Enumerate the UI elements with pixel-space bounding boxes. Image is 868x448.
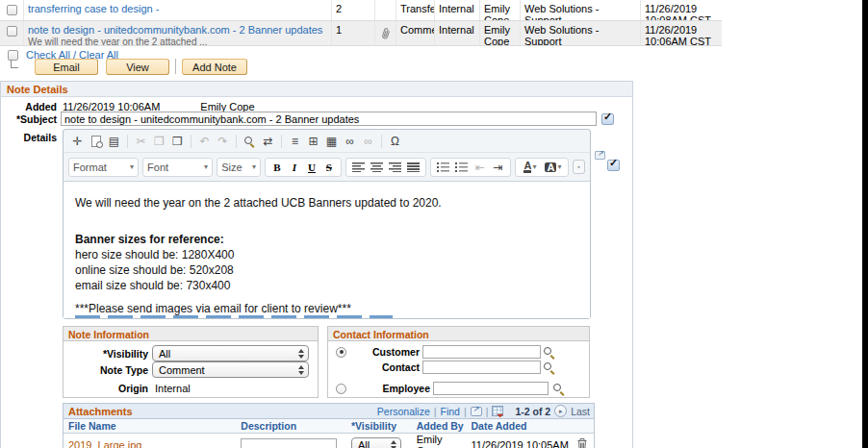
copy-icon[interactable]: ❐: [151, 133, 167, 149]
align-left-icon[interactable]: [350, 159, 367, 175]
note-preview-text: We will need the year on the 2 attached …: [28, 37, 327, 45]
align-center-icon[interactable]: [369, 159, 385, 175]
employee-radio[interactable]: [336, 384, 346, 394]
paste-icon[interactable]: ❒: [169, 133, 186, 149]
undo-icon[interactable]: ↶: [196, 133, 213, 149]
col-description: Description: [236, 419, 346, 433]
attachment-visibility-select[interactable]: All: [351, 437, 401, 448]
contact-input[interactable]: [422, 361, 541, 374]
find-link[interactable]: Find: [440, 406, 459, 417]
cut-icon[interactable]: ✂: [133, 133, 149, 149]
print-icon[interactable]: ▤: [106, 133, 122, 149]
strikethrough-icon[interactable]: S: [321, 162, 337, 173]
customer-input[interactable]: [422, 345, 541, 359]
editor-toolbar-top: ✛ ▤ ✂ ❐ ❒ ↶ ↷ ⇄ ≡ ⊞ ▦ ∞ ∞ Ω: [64, 130, 590, 153]
view-button[interactable]: View: [106, 59, 169, 75]
contact-lookup-icon[interactable]: [544, 361, 555, 373]
align-right-icon[interactable]: [387, 159, 403, 175]
details-label: Details: [1, 132, 57, 143]
row-checkbox[interactable]: [7, 5, 17, 15]
italic-icon[interactable]: I: [287, 162, 302, 173]
branch-corner: [11, 60, 18, 68]
table-row: transferring case to design - 2 Transfer…: [0, 0, 722, 21]
download-grid-icon[interactable]: [492, 406, 503, 416]
spellcheck-icon[interactable]: ✓: [601, 113, 614, 125]
check-all-checkbox[interactable]: [8, 50, 18, 61]
redo-icon[interactable]: ↷: [215, 133, 231, 149]
customer-radio[interactable]: [336, 347, 346, 358]
decrease-indent-icon[interactable]: ⇤: [472, 159, 488, 175]
personalize-link[interactable]: Personalize: [377, 406, 430, 417]
row-checkbox[interactable]: [7, 26, 17, 37]
customer-lookup-icon[interactable]: [544, 346, 555, 358]
employee-lookup-icon[interactable]: [553, 383, 565, 394]
toolbar-separator: [191, 135, 191, 148]
maximize-icon[interactable]: ✛: [69, 133, 86, 149]
link-icon[interactable]: ∞: [342, 133, 358, 149]
increase-indent-icon[interactable]: ⇥: [490, 159, 506, 175]
right-edge-bar: [862, 0, 868, 448]
bold-icon[interactable]: B: [269, 162, 285, 173]
stepper-icon: [298, 349, 304, 359]
delete-icon[interactable]: [576, 437, 588, 448]
insert-table-icon[interactable]: ⊞: [305, 133, 321, 149]
visibility-select[interactable]: All: [152, 345, 309, 361]
align-justify-icon[interactable]: [405, 159, 421, 175]
business-unit-cell: Web Solutions - Support: [521, 21, 641, 45]
subject-input[interactable]: [61, 112, 597, 126]
paperclip-icon: [379, 26, 393, 41]
numbered-list-icon[interactable]: [435, 159, 451, 175]
horizontal-rule-icon[interactable]: ≡: [287, 133, 303, 149]
attachment-file-link[interactable]: 2019_Large.jpg: [68, 439, 141, 448]
last-link[interactable]: Last: [571, 406, 590, 417]
date-cell: 11/26/2019 10:06AM CST: [641, 21, 722, 45]
list-indent-group: ⇤ ⇥: [430, 158, 511, 177]
spellcheck-icon[interactable]: ✓: [607, 160, 620, 171]
expand-icon[interactable]: ↗: [595, 151, 605, 160]
crm-notes-page: transferring case to design - 2 Transfer…: [0, 0, 868, 448]
underline-icon[interactable]: U: [304, 162, 319, 173]
insert-image-icon[interactable]: ▦: [323, 133, 340, 149]
preview-icon[interactable]: [88, 133, 104, 149]
rich-text-editor[interactable]: ✛ ▤ ✂ ❐ ❒ ↶ ↷ ⇄ ≡ ⊞ ▦ ∞ ∞ Ω: [63, 129, 591, 319]
replace-icon[interactable]: ⇄: [260, 133, 276, 149]
notes-table: transferring case to design - 2 Transfer…: [0, 0, 722, 46]
visibility-cell: Internal: [435, 0, 480, 20]
next-page-icon[interactable]: ▸: [554, 405, 567, 417]
attachment-row: 2019_Large.jpg All Emily Cope 11/26/2019…: [64, 434, 594, 448]
add-note-button[interactable]: Add Note: [182, 59, 247, 75]
view-all-icon[interactable]: ↗: [471, 407, 482, 416]
background-color-icon[interactable]: A▾: [543, 159, 564, 175]
font-dropdown[interactable]: Font▾: [142, 158, 213, 177]
size-dropdown[interactable]: Size▾: [217, 158, 261, 177]
note-subject-link[interactable]: note to design - unitedcommunitybank.com…: [28, 24, 322, 36]
contact-label: Contact: [346, 361, 420, 373]
special-char-icon[interactable]: Ω: [387, 133, 403, 149]
note-type-select[interactable]: Comment: [152, 361, 309, 378]
chevron-down-icon: ▾: [204, 162, 208, 171]
note-information-title: Note Information: [64, 327, 318, 341]
unlink-icon[interactable]: ∞: [360, 133, 376, 149]
editor-toolbar-bottom: Format▾ Font▾ Size▾ B I U S: [64, 153, 590, 181]
attachment-description-input[interactable]: [241, 438, 337, 448]
employee-input[interactable]: [433, 382, 549, 395]
note-details-panel: Note Details Added 11/26/2019 10:06AM Em…: [0, 81, 633, 448]
note-type-label: Note Type: [64, 364, 148, 376]
added-by-cell: Emily Cope: [480, 0, 521, 20]
note-count: 2: [332, 0, 375, 20]
bulleted-list-icon[interactable]: [453, 159, 470, 175]
origin-label: Origin: [64, 383, 148, 394]
text-color-icon[interactable]: A▾: [520, 159, 541, 175]
collapse-toolbar-button[interactable]: ▪: [573, 160, 585, 174]
email-button[interactable]: Email: [35, 59, 98, 75]
stepper-icon: [298, 365, 304, 375]
chevron-down-icon: ▾: [130, 162, 134, 171]
editor-content[interactable]: We will need the year on the 2 attached …: [64, 181, 590, 318]
editor-line: We will need the year on the 2 attached …: [75, 195, 578, 211]
separator: |: [464, 406, 467, 417]
find-icon[interactable]: [242, 133, 258, 149]
format-dropdown[interactable]: Format▾: [68, 158, 139, 177]
note-information-box: Note Information *Visibility All Note Ty…: [63, 326, 319, 398]
note-subject-link[interactable]: transferring case to design -: [28, 3, 159, 14]
toolbar-separator: [127, 135, 128, 148]
